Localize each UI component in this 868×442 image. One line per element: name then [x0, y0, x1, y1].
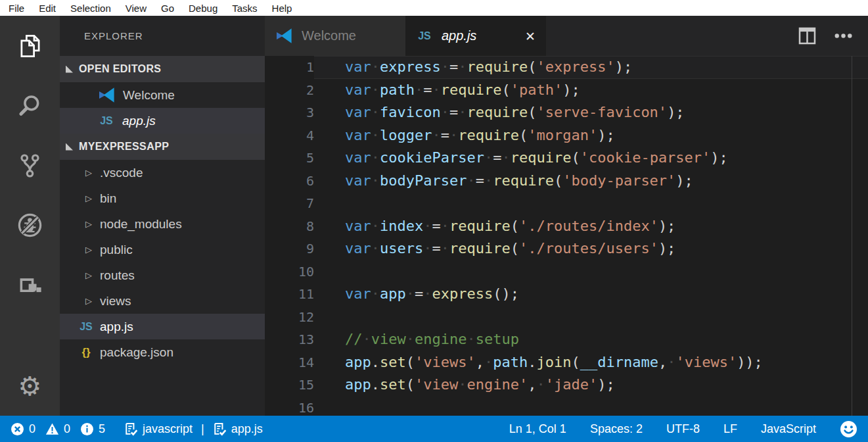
code-line-4: 4 var·logger·=·require('morgan');: [265, 124, 868, 147]
menu-item-selection[interactable]: Selection: [63, 0, 118, 16]
menu-item-view[interactable]: View: [118, 0, 154, 16]
line-number[interactable]: 13: [265, 328, 314, 351]
folder-label: .vscode: [100, 166, 143, 180]
line-number[interactable]: 15: [265, 374, 314, 397]
encoding[interactable]: UTF-8: [666, 422, 700, 436]
line-content: [314, 260, 868, 283]
line-number[interactable]: 11: [265, 283, 314, 306]
problems-warnings[interactable]: 0: [45, 422, 70, 436]
folder-label: views: [100, 294, 131, 308]
menu-item-help[interactable]: Help: [265, 0, 300, 16]
js-file-icon: JS: [416, 30, 433, 42]
smiley-icon[interactable]: [840, 420, 857, 438]
menu-item-go[interactable]: Go: [154, 0, 181, 16]
line-content: [314, 306, 868, 329]
line-number[interactable]: 8: [265, 215, 314, 238]
code-editor[interactable]: 1 var·express·=·require('express'); 2 va…: [265, 56, 868, 416]
menu-item-tasks[interactable]: Tasks: [225, 0, 264, 16]
vscode-window: FileEditSelectionViewGoDebugTasksHelp: [0, 0, 868, 442]
code-line-7: 7: [265, 192, 868, 215]
line-content: var·index·=·require('./routes/index');: [314, 215, 868, 238]
section-header-open-editors[interactable]: OPEN EDITORS: [60, 56, 265, 82]
warning-icon: [45, 422, 59, 436]
activity-item-source-control[interactable]: [0, 135, 60, 195]
tree-folder-views[interactable]: ▷ views: [60, 288, 265, 314]
json-file-icon: {}: [78, 346, 95, 359]
explorer-icon: [17, 33, 43, 59]
line-content: app.set('view·engine',·'jade');: [314, 374, 868, 397]
open-editor-label: Welcome: [123, 88, 175, 103]
linter-status-javascript[interactable]: javascript: [124, 422, 193, 436]
line-content: var·favicon·=·require('serve-favicon');: [314, 101, 868, 124]
open-editor-app-js[interactable]: JSapp.js: [60, 108, 265, 134]
code-line-15: 15 app.set('view·engine',·'jade');: [265, 374, 868, 397]
code-line-5: 5 var·cookieParser·=·require('cookie-par…: [265, 147, 868, 170]
code-line-6: 6 var·bodyParser·=·require('body-parser'…: [265, 170, 868, 193]
js-file-icon: JS: [78, 321, 95, 333]
line-number[interactable]: 4: [265, 124, 314, 147]
problems-errors[interactable]: 0: [11, 422, 35, 436]
open-editor-welcome[interactable]: Welcome: [60, 82, 265, 108]
linter-status-appjs[interactable]: app.js: [213, 422, 263, 436]
activity-item-explorer[interactable]: [0, 16, 60, 76]
cursor-position[interactable]: Ln 1, Col 1: [509, 422, 566, 436]
extensions-icon: [18, 273, 43, 298]
tab-app-js[interactable]: JSapp.js ✕: [405, 16, 546, 56]
close-icon[interactable]: ✕: [525, 29, 536, 43]
menu-item-debug[interactable]: Debug: [181, 0, 225, 16]
tab-label: app.js: [442, 28, 476, 43]
file-label: app.js: [100, 320, 133, 334]
line-number[interactable]: 7: [265, 192, 314, 215]
checklist-icon: [213, 422, 227, 436]
line-content: var·users·=·require('./routes/users');: [314, 237, 868, 260]
tab-bar: Welcome JSapp.js ✕: [265, 16, 868, 56]
line-number[interactable]: 14: [265, 351, 314, 374]
line-number[interactable]: 3: [265, 101, 314, 124]
split-editor-icon[interactable]: [798, 27, 816, 45]
eol-selector[interactable]: LF: [723, 422, 737, 436]
line-content: var·express·=·require('express');: [314, 56, 868, 79]
line-number[interactable]: 16: [265, 397, 314, 416]
menu-item-file[interactable]: File: [1, 0, 32, 16]
activity-item-extensions[interactable]: [0, 255, 60, 315]
workbench: ⚙ EXPLORER OPEN EDITORS Welcome JSapp.js…: [0, 16, 868, 416]
line-number[interactable]: 5: [265, 147, 314, 170]
activity-item-search[interactable]: [0, 76, 60, 135]
tree-folder-routes[interactable]: ▷ routes: [60, 262, 265, 288]
tree-file-app-js[interactable]: JSapp.js: [60, 314, 265, 339]
line-number[interactable]: 2: [265, 79, 314, 102]
section-header-myexpressapp[interactable]: MYEXPRESSAPP: [60, 134, 265, 160]
tree-file-package-json[interactable]: {}package.json: [60, 339, 265, 365]
tab-welcome[interactable]: Welcome: [265, 16, 405, 56]
tree-folder-public[interactable]: ▷ public: [60, 237, 265, 262]
indentation[interactable]: Spaces: 2: [590, 422, 643, 436]
open-editor-label: app.js: [122, 114, 156, 128]
activity-item-debug-disabled[interactable]: [0, 195, 60, 255]
line-number[interactable]: 10: [265, 260, 314, 283]
line-content: app.set('views',·path.join(__dirname,·'v…: [314, 351, 868, 374]
line-number[interactable]: 1: [265, 56, 314, 79]
folder-collapsed-icon: ▷: [83, 219, 94, 229]
line-content: var·path·=·require('path');: [314, 79, 868, 102]
tree-folder-node-modules[interactable]: ▷ node_modules: [60, 211, 265, 237]
editor-group: Welcome JSapp.js ✕ 1 var·express·=·requi…: [265, 16, 868, 416]
code-line-1: 1 var·express·=·require('express');: [265, 56, 868, 79]
folder-collapsed-icon: ▷: [83, 270, 94, 280]
folder-label: bin: [100, 191, 116, 206]
code-line-11: 11 var·app·=·express();: [265, 283, 868, 306]
activity-item-settings-gear[interactable]: ⚙: [0, 356, 60, 416]
sidebar-sections: OPEN EDITORS Welcome JSapp.js MYEXPRESSA…: [60, 56, 265, 365]
code-line-12: 12: [265, 306, 868, 329]
more-actions-icon[interactable]: [833, 27, 854, 45]
line-number[interactable]: 6: [265, 170, 314, 193]
language-mode[interactable]: JavaScript: [761, 422, 816, 436]
tree-folder-bin[interactable]: ▷ bin: [60, 185, 265, 211]
line-number[interactable]: 9: [265, 237, 314, 260]
menu-item-edit[interactable]: Edit: [32, 0, 63, 16]
debug-disabled-icon: [16, 212, 43, 239]
tree-folder-vscode[interactable]: ▷ .vscode: [60, 160, 265, 185]
code-line-9: 9 var·users·=·require('./routes/users');: [265, 237, 868, 260]
code-line-16: 16: [265, 397, 868, 416]
problems-infos[interactable]: 5: [80, 422, 105, 436]
line-number[interactable]: 12: [265, 306, 314, 329]
